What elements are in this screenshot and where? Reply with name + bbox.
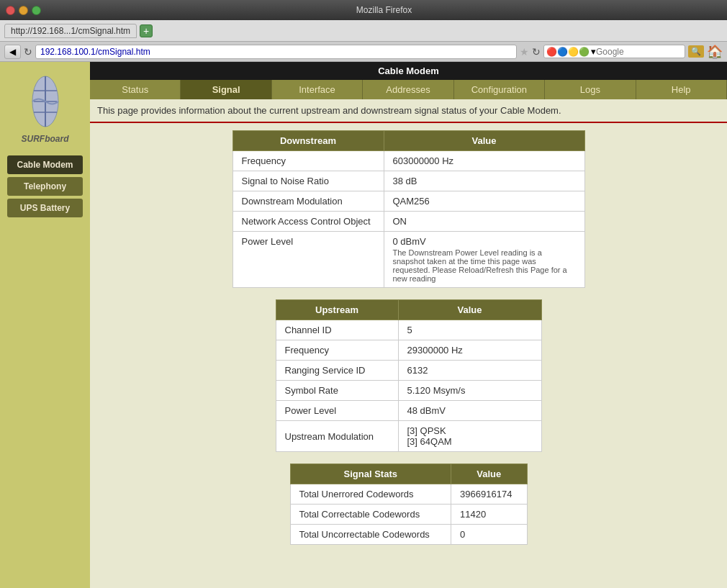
upstream-ranging-label: Ranging Service ID — [276, 361, 398, 381]
logo-area: SURFboard — [22, 69, 69, 144]
nav-tabs: Status Signal Interface Addresses Config… — [90, 80, 727, 99]
stats-uncorrectable-value: 0 — [451, 525, 527, 545]
downstream-naco-value: ON — [384, 212, 584, 232]
url-text: 192.168.100.1/cmSignal.htm — [40, 47, 150, 57]
window-title: Mozilla Firefox — [47, 5, 721, 15]
upstream-channelid-value: 5 — [398, 320, 541, 340]
table-row: Signal to Noise Ratio 38 dB — [232, 171, 584, 191]
table-row: Frequency 603000000 Hz — [232, 151, 584, 171]
search-dropdown: ▾ — [591, 46, 596, 57]
upstream-frequency-value: 29300000 Hz — [398, 340, 541, 361]
downstream-snr-label: Signal to Noise Ratio — [232, 171, 384, 191]
table-row: Frequency 29300000 Hz — [276, 340, 541, 361]
home-button[interactable]: 🏠 — [707, 44, 723, 60]
search-button[interactable]: 🔍 — [688, 45, 704, 58]
table-row: Total Uncorrectable Codewords 0 — [290, 525, 527, 545]
tab-signal[interactable]: Signal — [181, 80, 271, 99]
table-row: Upstream Modulation [3] QPSK [3] 64QAM — [276, 421, 541, 452]
downstream-naco-label: Network Access Control Object — [232, 212, 384, 232]
stats-col-header: Signal Stats — [290, 464, 451, 484]
downstream-col-header: Downstream — [232, 131, 384, 151]
upstream-modulation-value: [3] QPSK [3] 64QAM — [398, 421, 541, 452]
table-row: Symbol Rate 5.120 Msym/s — [276, 381, 541, 401]
stats-correctable-value: 11420 — [451, 505, 527, 525]
maximize-button[interactable] — [32, 6, 41, 15]
table-row: Ranging Service ID 6132 — [276, 361, 541, 381]
upstream-frequency-label: Frequency — [276, 340, 398, 361]
downstream-snr-value: 38 dB — [384, 171, 584, 191]
stats-uncorrectable-label: Total Uncorrectable Codewords — [290, 525, 451, 545]
page-description: This page provides information about the… — [90, 99, 727, 123]
tab-configuration[interactable]: Configuration — [454, 80, 545, 99]
downstream-modulation-label: Downstream Modulation — [232, 191, 384, 212]
main-layout: SURFboard Cable Modem Telephony UPS Batt… — [0, 62, 727, 588]
titlebar: Mozilla Firefox — [0, 0, 727, 20]
address-input[interactable]: 192.168.100.1/cmSignal.htm — [35, 45, 517, 59]
downstream-powerlevel-label: Power Level — [232, 232, 384, 288]
table-row: Downstream Modulation QAM256 — [232, 191, 584, 212]
stats-unerrored-value: 3966916174 — [451, 484, 527, 505]
stats-correctable-label: Total Correctable Codewords — [290, 505, 451, 525]
upstream-ranging-value: 6132 — [398, 361, 541, 381]
upstream-value-header: Value — [398, 300, 541, 320]
tab-addresses[interactable]: Addresses — [363, 80, 453, 99]
browser-tab[interactable]: http://192.168...1/cmSignal.htm — [4, 24, 137, 38]
upstream-col-header: Upstream — [276, 300, 398, 320]
minimize-button[interactable] — [19, 6, 28, 15]
bookmark-button[interactable]: ★ — [520, 46, 529, 58]
search-engine-icon: 🔴🔵🟡🟢 — [546, 47, 590, 57]
upstream-symbolrate-value: 5.120 Msym/s — [398, 381, 541, 401]
upstream-powerlevel-label: Power Level — [276, 401, 398, 421]
refresh-button[interactable]: ↻ — [24, 46, 32, 58]
stats-unerrored-label: Total Unerrored Codewords — [290, 484, 451, 505]
downstream-frequency-label: Frequency — [232, 151, 384, 171]
sidebar-item-cable-modem[interactable]: Cable Modem — [7, 155, 83, 174]
logo-text: SURFboard — [22, 134, 69, 144]
reload-button[interactable]: ↻ — [532, 46, 541, 58]
tab-bar: http://192.168...1/cmSignal.htm + — [0, 20, 727, 42]
table-row: Power Level 0 dBmV The Downstream Power … — [232, 232, 584, 288]
back-button[interactable]: ◀ — [4, 45, 21, 59]
upstream-channelid-label: Channel ID — [276, 320, 398, 340]
table-row: Total Unerrored Codewords 3966916174 — [290, 484, 527, 505]
tab-url: http://192.168...1/cmSignal.htm — [11, 26, 130, 36]
content-area: Cable Modem Status Signal Interface Addr… — [90, 62, 727, 588]
nav-bar: ◀ ↻ 192.168.100.1/cmSignal.htm ★ ↻ 🔴🔵🟡🟢 … — [0, 42, 727, 62]
signal-stats-table: Signal Stats Value Total Unerrored Codew… — [290, 463, 528, 545]
downstream-powerlevel-value: 0 dBmV The Downstream Power Level readin… — [384, 232, 584, 288]
upstream-modulation-label: Upstream Modulation — [276, 421, 398, 452]
sidebar-item-ups-battery[interactable]: UPS Battery — [7, 199, 83, 217]
sidebar: SURFboard Cable Modem Telephony UPS Batt… — [0, 62, 90, 588]
table-row: Channel ID 5 — [276, 320, 541, 340]
upstream-symbolrate-label: Symbol Rate — [276, 381, 398, 401]
table-row: Network Access Control Object ON — [232, 212, 584, 232]
cm-header: Cable Modem — [90, 62, 727, 80]
new-tab-button[interactable]: + — [140, 24, 153, 37]
power-level-note: The Downstream Power Level reading is a … — [393, 248, 576, 283]
upstream-table: Upstream Value Channel ID 5 Frequency 29… — [276, 299, 542, 452]
downstream-value-header: Value — [384, 131, 584, 151]
surfboard-logo — [24, 69, 67, 134]
sidebar-item-telephony[interactable]: Telephony — [7, 177, 83, 196]
table-row: Power Level 48 dBmV — [276, 401, 541, 421]
upstream-powerlevel-value: 48 dBmV — [398, 401, 541, 421]
close-button[interactable] — [6, 6, 15, 15]
downstream-frequency-value: 603000000 Hz — [384, 151, 584, 171]
tab-help[interactable]: Help — [636, 80, 727, 99]
downstream-table: Downstream Value Frequency 603000000 Hz … — [232, 130, 585, 288]
tab-status[interactable]: Status — [90, 80, 181, 99]
search-box[interactable]: 🔴🔵🟡🟢 ▾ — [543, 45, 685, 58]
stats-value-header: Value — [451, 464, 527, 484]
table-row: Total Correctable Codewords 11420 — [290, 505, 527, 525]
search-input[interactable] — [596, 47, 682, 57]
tab-logs[interactable]: Logs — [545, 80, 636, 99]
window-controls — [6, 6, 41, 15]
downstream-modulation-value: QAM256 — [384, 191, 584, 212]
tab-interface[interactable]: Interface — [272, 80, 363, 99]
